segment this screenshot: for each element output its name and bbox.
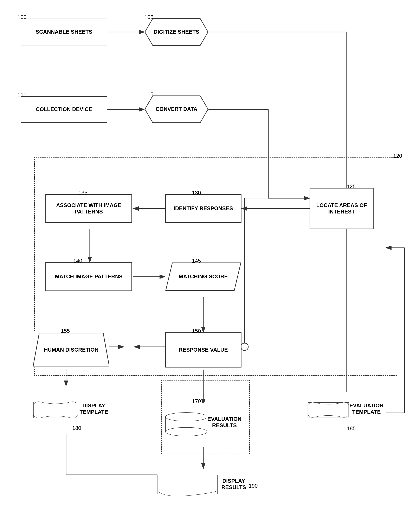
response-value-node: RESPONSE VALUE <box>165 332 241 367</box>
matching-score-node: MATCHING SCORE <box>165 262 241 291</box>
match-image-node: MATCH IMAGE PATTERNS <box>45 262 132 291</box>
ref-140: 140 <box>73 258 82 264</box>
associate-with-node: ASSOCIATE WITH IMAGE PATTERNS <box>45 194 132 223</box>
digitize-sheets-node: DIGITIZE SHEETS <box>145 18 208 46</box>
ref-155: 155 <box>61 328 70 334</box>
evaluation-results-node: EVALUATION RESULTS <box>165 403 241 446</box>
ref-150: 150 <box>192 328 201 334</box>
convert-data-node: CONVERT DATA <box>145 95 208 123</box>
human-discretion-node: HUMAN DISCRETION <box>33 332 109 367</box>
locate-areas-node: LOCATE AREAS OF INTEREST <box>309 188 374 229</box>
ref-185: 185 <box>347 425 356 432</box>
ref-130: 130 <box>192 190 201 196</box>
scannable-sheets-node: SCANNABLE SHEETS <box>21 18 107 45</box>
ref-145: 145 <box>192 258 201 264</box>
ref-110: 110 <box>17 91 26 98</box>
ref-115: 115 <box>145 91 153 98</box>
identify-responses-node: IDENTIFY RESPONSES <box>165 194 241 223</box>
collection-device-node: COLLECTION DEVICE <box>21 96 107 123</box>
ref-100: 100 <box>17 14 26 20</box>
ref-180: 180 <box>72 425 81 431</box>
display-template-node: DISPLAY TEMPLATE <box>33 392 109 427</box>
evaluation-template-node: EVALUATION TEMPLATE <box>308 392 384 427</box>
ref-190: 190 <box>249 483 257 489</box>
diagram: 120 SCANNABLE SHEETS 100 DIGITIZE SHEETS… <box>0 0 420 524</box>
ref-170: 170 <box>192 398 201 404</box>
ref-135: 135 <box>78 190 87 196</box>
svg-point-36 <box>165 427 207 436</box>
ref-125: 125 <box>347 183 356 190</box>
ref-120: 120 <box>393 153 402 159</box>
ref-105: 105 <box>145 14 153 20</box>
svg-point-35 <box>165 412 207 421</box>
display-results-node: DISPLAY RESULTS <box>157 469 250 504</box>
